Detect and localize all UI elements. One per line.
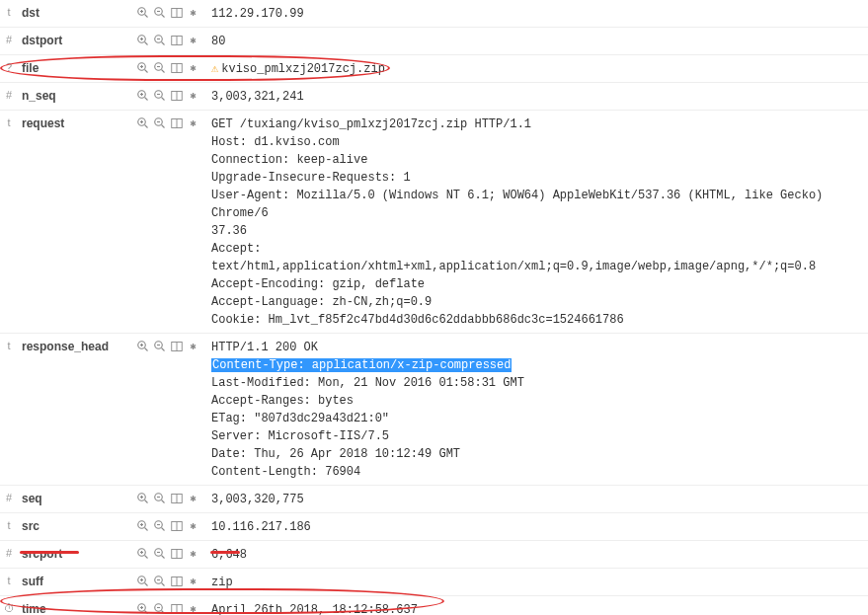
zoom-out-icon[interactable] bbox=[153, 575, 167, 588]
columns-icon[interactable] bbox=[170, 602, 184, 615]
field-actions: ✱ bbox=[136, 517, 205, 533]
field-actions: ✱ bbox=[136, 490, 205, 505]
columns-icon[interactable] bbox=[170, 61, 184, 75]
value-text: 112.29.170.99 bbox=[211, 7, 304, 21]
exists-icon[interactable]: ✱ bbox=[187, 340, 200, 353]
field-name: file bbox=[18, 59, 136, 75]
zoom-out-icon[interactable] bbox=[153, 602, 167, 615]
columns-icon[interactable] bbox=[170, 6, 184, 20]
field-row-srcport: #srcport✱6,648 bbox=[0, 541, 868, 569]
field-actions: ✱ bbox=[136, 600, 205, 615]
field-actions: ✱ bbox=[136, 338, 205, 353]
field-value: 3,003,320,775 bbox=[205, 490, 868, 508]
columns-icon[interactable] bbox=[170, 340, 184, 353]
svg-line-45 bbox=[162, 125, 165, 128]
columns-icon[interactable] bbox=[170, 34, 184, 47]
field-actions: ✱ bbox=[136, 59, 205, 75]
zoom-in-icon[interactable] bbox=[136, 519, 150, 533]
zoom-in-icon[interactable] bbox=[136, 575, 150, 588]
zoom-out-icon[interactable] bbox=[153, 34, 167, 47]
value-text: kviso_pmlxzj2017zcj.zip bbox=[221, 62, 385, 76]
zoom-out-icon[interactable] bbox=[153, 519, 167, 533]
svg-line-105 bbox=[162, 611, 165, 614]
exists-icon[interactable]: ✱ bbox=[187, 547, 200, 561]
zoom-in-icon[interactable] bbox=[136, 116, 150, 130]
zoom-in-icon[interactable] bbox=[136, 547, 150, 561]
svg-line-95 bbox=[162, 583, 165, 586]
zoom-out-icon[interactable] bbox=[153, 61, 167, 75]
exists-icon[interactable]: ✱ bbox=[187, 575, 200, 588]
exists-icon[interactable]: ✱ bbox=[187, 34, 200, 47]
svg-line-75 bbox=[162, 528, 165, 531]
field-type-icon: ? bbox=[0, 59, 18, 73]
field-row-n-seq: #n_seq✱3,003,321,241 bbox=[0, 83, 868, 111]
field-name: n_seq bbox=[18, 87, 136, 103]
svg-line-15 bbox=[162, 42, 165, 45]
exists-icon[interactable]: ✱ bbox=[187, 61, 200, 75]
svg-line-61 bbox=[145, 500, 148, 503]
exists-icon[interactable]: ✱ bbox=[187, 116, 200, 130]
value-text: April 26th 2018, 18:12:58.637 bbox=[211, 603, 418, 615]
zoom-in-icon[interactable] bbox=[136, 492, 150, 505]
field-row-seq: #seq✱3,003,320,775 bbox=[0, 486, 868, 513]
field-value: ⚠kviso_pmlxzj2017zcj.zip bbox=[205, 59, 868, 78]
field-actions: ✱ bbox=[136, 4, 205, 20]
field-value: 80 bbox=[205, 32, 868, 50]
field-name: dstport bbox=[18, 32, 136, 47]
svg-line-21 bbox=[145, 70, 148, 73]
columns-icon[interactable] bbox=[170, 519, 184, 533]
field-value: zip bbox=[205, 573, 868, 591]
svg-text:✱: ✱ bbox=[190, 576, 197, 586]
svg-line-11 bbox=[145, 42, 148, 45]
zoom-in-icon[interactable] bbox=[136, 34, 150, 47]
columns-icon[interactable] bbox=[170, 492, 184, 505]
exists-icon[interactable]: ✱ bbox=[187, 492, 200, 505]
field-row-src: tsrc✱10.116.217.186 bbox=[0, 513, 868, 541]
svg-line-35 bbox=[162, 98, 165, 101]
warning-icon: ⚠ bbox=[211, 60, 218, 78]
highlighted-text: Content-Type: application/x-zip-compress… bbox=[211, 358, 512, 372]
svg-line-91 bbox=[145, 583, 148, 586]
field-name: suff bbox=[18, 573, 136, 588]
columns-icon[interactable] bbox=[170, 575, 184, 588]
exists-icon[interactable]: ✱ bbox=[187, 519, 200, 533]
zoom-out-icon[interactable] bbox=[153, 89, 167, 103]
svg-line-85 bbox=[162, 556, 165, 559]
field-actions: ✱ bbox=[136, 573, 205, 588]
svg-text:✱: ✱ bbox=[190, 603, 197, 614]
exists-icon[interactable]: ✱ bbox=[187, 6, 200, 20]
field-row-time: ⏱time✱April 26th 2018, 18:12:58.637 bbox=[0, 596, 868, 615]
svg-line-101 bbox=[145, 611, 148, 614]
field-actions: ✱ bbox=[136, 87, 205, 103]
field-actions: ✱ bbox=[136, 545, 205, 561]
field-type-icon: # bbox=[0, 545, 18, 559]
value-text: 3,003,321,241 bbox=[211, 90, 304, 104]
field-actions: ✱ bbox=[136, 115, 205, 130]
value-text: 3,003,320,775 bbox=[211, 493, 304, 506]
zoom-in-icon[interactable] bbox=[136, 340, 150, 353]
exists-icon[interactable]: ✱ bbox=[187, 602, 200, 615]
zoom-out-icon[interactable] bbox=[153, 547, 167, 561]
svg-text:✱: ✱ bbox=[190, 520, 197, 531]
field-row-file: ?file✱⚠kviso_pmlxzj2017zcj.zip bbox=[0, 55, 868, 83]
columns-icon[interactable] bbox=[170, 89, 184, 103]
value-text: 10.116.217.186 bbox=[211, 520, 311, 534]
zoom-in-icon[interactable] bbox=[136, 6, 150, 20]
field-type-icon: ⏱ bbox=[0, 600, 18, 614]
zoom-in-icon[interactable] bbox=[136, 602, 150, 615]
zoom-out-icon[interactable] bbox=[153, 492, 167, 505]
zoom-in-icon[interactable] bbox=[136, 89, 150, 103]
exists-icon[interactable]: ✱ bbox=[187, 89, 200, 103]
columns-icon[interactable] bbox=[170, 116, 184, 130]
svg-line-5 bbox=[162, 15, 165, 18]
field-row-dstport: #dstport✱80 bbox=[0, 28, 868, 55]
svg-text:✱: ✱ bbox=[190, 90, 197, 101]
zoom-in-icon[interactable] bbox=[136, 61, 150, 75]
columns-icon[interactable] bbox=[170, 547, 184, 561]
zoom-out-icon[interactable] bbox=[153, 340, 167, 353]
field-name: request bbox=[18, 115, 136, 130]
field-type-icon: # bbox=[0, 87, 18, 101]
zoom-out-icon[interactable] bbox=[153, 6, 167, 20]
svg-text:✱: ✱ bbox=[190, 548, 197, 559]
zoom-out-icon[interactable] bbox=[153, 116, 167, 130]
